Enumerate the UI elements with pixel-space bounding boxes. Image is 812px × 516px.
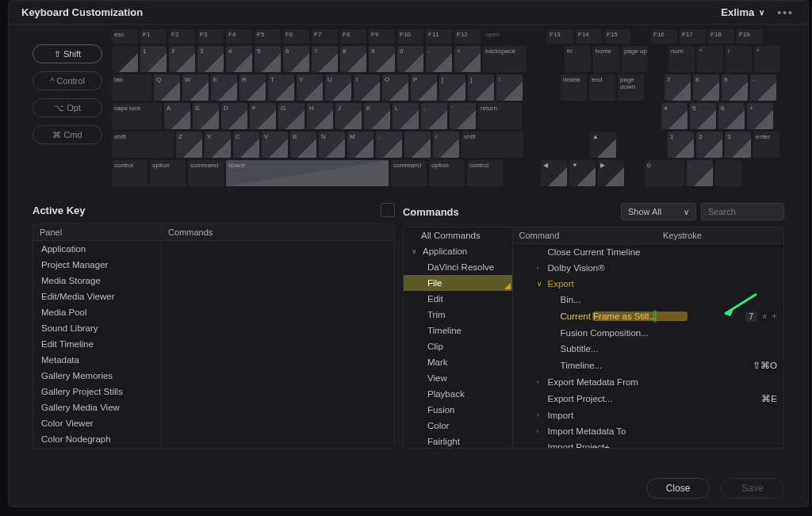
key-blank[interactable] xyxy=(112,46,138,72)
key-5[interactable]: 5 xyxy=(690,103,716,129)
key-s[interactable]: S xyxy=(193,103,219,129)
panel-item[interactable]: Media Pool xyxy=(33,304,161,320)
close-button[interactable]: Close xyxy=(646,478,710,499)
key-q[interactable]: Q xyxy=(154,75,180,101)
key-return[interactable]: return xyxy=(478,103,522,129)
key-command[interactable]: command xyxy=(188,160,224,186)
key-*[interactable]: * xyxy=(754,46,780,72)
key-8[interactable]: 8 xyxy=(693,75,719,101)
key-◀[interactable]: ◀ xyxy=(541,160,567,186)
key-t[interactable]: T xyxy=(268,75,294,101)
key-f[interactable]: F xyxy=(250,103,276,129)
command-item[interactable]: ›Import xyxy=(513,407,783,423)
key-w[interactable]: W xyxy=(182,75,209,101)
key-![interactable]: 1! xyxy=(140,46,167,72)
key-shift[interactable]: shift xyxy=(112,132,174,158)
panel-item[interactable]: Sound Library xyxy=(33,320,161,336)
tree-all-commands[interactable]: All Commands xyxy=(404,227,512,243)
tree-application[interactable]: ∨Application xyxy=(404,243,512,259)
command-item[interactable]: ›Dolby Vision® xyxy=(513,260,783,276)
key-v[interactable]: V xyxy=(262,132,288,158)
key-num[interactable]: num xyxy=(668,46,695,72)
command-item[interactable]: ›Export Metadata From xyxy=(513,374,783,390)
key--[interactable]: - xyxy=(750,75,776,101)
key-f19[interactable]: F19 xyxy=(737,29,763,44)
panel-item[interactable]: Project Manager xyxy=(33,257,161,273)
key-space[interactable]: space xyxy=(226,160,389,186)
key-control[interactable]: control xyxy=(112,160,147,186)
key-)[interactable]: 0) xyxy=(397,46,423,72)
key-/[interactable]: / xyxy=(726,46,752,72)
key-4[interactable]: 4 xyxy=(661,103,688,129)
key-e[interactable]: E xyxy=(211,75,237,101)
tree-item[interactable]: Clip xyxy=(404,338,512,354)
command-item[interactable]: Fusion Composition... xyxy=(513,325,783,341)
key-,[interactable]: , xyxy=(376,132,402,158)
tree-item[interactable]: DaVinci Resolve xyxy=(404,259,512,275)
key-f5[interactable]: F5 xyxy=(255,29,281,44)
key-([interactable]: 9( xyxy=(369,46,395,72)
key-f8[interactable]: F8 xyxy=(340,29,366,44)
key-capslock[interactable]: caps lock xyxy=(112,103,162,129)
panel-item[interactable]: Edit/Media Viewer xyxy=(33,289,161,304)
key-h[interactable]: H xyxy=(307,103,333,129)
panel-item[interactable]: Color Viewer xyxy=(33,415,161,431)
panel-item[interactable]: Metadata xyxy=(33,352,161,368)
key-7[interactable]: 7 xyxy=(665,75,691,101)
key-n[interactable]: N xyxy=(319,132,345,158)
command-item[interactable]: Close Current Timeline xyxy=(513,244,783,260)
key-f16[interactable]: F16 xyxy=(651,29,677,44)
key-d[interactable]: D xyxy=(221,103,247,129)
key-g[interactable]: G xyxy=(278,103,304,129)
key-$[interactable]: 4$ xyxy=(226,46,252,72)
key-o[interactable]: O xyxy=(382,75,408,101)
key-c[interactable]: C xyxy=(233,132,259,158)
command-item[interactable]: Export Project...⌘E xyxy=(513,390,783,407)
key-tab[interactable]: tab xyxy=(112,75,151,101)
key-b[interactable]: B xyxy=(290,132,316,158)
key-l[interactable]: L xyxy=(393,103,419,129)
key-f15[interactable]: F15 xyxy=(604,29,630,44)
key-f18[interactable]: F18 xyxy=(708,29,734,44)
key-'[interactable]: ' xyxy=(450,103,476,129)
panel-item[interactable]: Gallery Media View xyxy=(33,399,161,415)
key-@[interactable]: 2@ xyxy=(169,46,195,72)
key-f9[interactable]: F9 xyxy=(369,29,395,44)
key-pageup[interactable]: page up xyxy=(622,46,648,72)
tree-item[interactable]: Fusion xyxy=(404,402,512,418)
command-item[interactable]: Timeline...⇧⌘O xyxy=(513,357,783,374)
key-j[interactable]: J xyxy=(335,103,362,129)
panel-item[interactable]: Gallery Memories xyxy=(33,368,161,384)
panel-item[interactable]: Application xyxy=(33,241,161,257)
key-=[interactable]: = xyxy=(454,46,481,72)
key-1[interactable]: 1 xyxy=(668,132,694,158)
key-r[interactable]: R xyxy=(239,75,266,101)
tree-item[interactable]: Color xyxy=(404,418,512,434)
key-f6[interactable]: F6 xyxy=(283,29,309,44)
key-control[interactable]: control xyxy=(467,160,503,186)
control-modifier[interactable]: ^ Control xyxy=(33,71,102,90)
key-f17[interactable]: F17 xyxy=(680,29,706,44)
key-f13[interactable]: F13 xyxy=(547,29,573,44)
cmd-modifier[interactable]: ⌘ Cmd xyxy=(33,125,102,144)
tree-item[interactable]: Fairlight xyxy=(404,434,512,448)
key-f10[interactable]: F10 xyxy=(397,29,423,44)
key-esc[interactable]: esc xyxy=(112,29,138,44)
tree-item[interactable]: Playback xyxy=(404,386,512,402)
key-&[interactable]: 7& xyxy=(312,46,338,72)
more-menu-icon[interactable]: ••• xyxy=(772,6,799,19)
key-k[interactable]: K xyxy=(364,103,390,129)
key-/[interactable]: / xyxy=(433,132,459,158)
key-3[interactable]: 3 xyxy=(725,132,751,158)
key-%[interactable]: 5% xyxy=(255,46,281,72)
key-z[interactable]: Z xyxy=(176,132,202,158)
command-item[interactable]: Subtitle... xyxy=(513,341,783,357)
key-m[interactable]: M xyxy=(347,132,373,158)
key-.[interactable]: . xyxy=(687,160,713,186)
key-f12[interactable]: F12 xyxy=(454,29,481,44)
panel-item[interactable]: Gallery Project Stills xyxy=(33,384,161,399)
key-delete[interactable]: delete xyxy=(561,75,587,101)
shift-modifier[interactable]: ⇧ Shift xyxy=(33,44,102,63)
panel-item[interactable]: Media Storage xyxy=(33,273,161,289)
tree-item[interactable]: Mark xyxy=(404,354,512,370)
